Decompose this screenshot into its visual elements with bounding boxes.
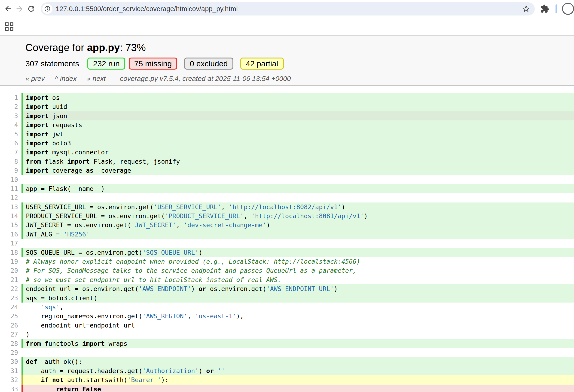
url-bar[interactable]: 127.0.0.1:5500/order_service/coverage/ht… <box>41 2 535 16</box>
code-line: 17 <box>0 239 574 248</box>
code-text: USER_SERVICE_URL = os.environ.get('USER_… <box>23 203 574 211</box>
coverage-bar <box>21 111 23 121</box>
code-line: 14PRODUCT_SERVICE_URL = os.environ.get('… <box>0 211 574 221</box>
code-line: 16JWT_ALG = 'HS256' <box>0 230 574 239</box>
code-text: if not auth.startswith('Bearer '): <box>23 375 574 384</box>
code-text: import requests <box>23 121 574 129</box>
url-text[interactable]: 127.0.0.1:5500/order_service/coverage/ht… <box>56 5 522 13</box>
line-number[interactable]: 10 <box>0 175 18 184</box>
line-number[interactable]: 6 <box>0 139 18 148</box>
line-number[interactable]: 25 <box>0 311 18 321</box>
line-number[interactable]: 33 <box>0 385 18 392</box>
back-button[interactable] <box>3 3 13 14</box>
code-line: 31 auth = request.headers.get('Authoriza… <box>0 366 574 375</box>
line-number[interactable]: 31 <box>0 366 18 375</box>
line-number[interactable]: 22 <box>0 284 18 293</box>
code-text: region_name=os.environ.get('AWS_REGION',… <box>23 311 574 321</box>
line-number[interactable]: 15 <box>0 221 18 229</box>
line-number[interactable]: 21 <box>0 275 18 284</box>
code-text <box>23 239 574 248</box>
line-number[interactable]: 11 <box>0 184 18 193</box>
coverage-bar <box>21 193 23 202</box>
code-text: import boto3 <box>23 139 574 148</box>
code-line: 10 <box>0 175 574 184</box>
coverage-bar <box>21 130 23 139</box>
next-link[interactable]: » next <box>87 75 106 83</box>
coverage-bar <box>21 203 23 211</box>
code-line: 27) <box>0 330 574 339</box>
code-text: JWT_SECRET = os.environ.get('JWT_SECRET'… <box>23 221 574 229</box>
code-text: def _auth_ok(): <box>23 357 574 366</box>
coverage-bar <box>21 102 23 111</box>
line-number[interactable]: 32 <box>0 375 18 384</box>
prev-link[interactable]: « prev <box>25 75 45 83</box>
code-line: 4import requests <box>0 121 574 129</box>
code-line: 24 'sqs', <box>0 303 574 311</box>
code-line: 3import json <box>0 111 574 121</box>
code-line: 8from flask import Flask, request, jsoni… <box>0 157 574 166</box>
tab-group-divider <box>555 4 557 13</box>
code-text: auth = request.headers.get('Authorizatio… <box>23 366 574 375</box>
line-number[interactable]: 29 <box>0 348 18 357</box>
code-text: from flask import Flask, request, jsonif… <box>23 157 574 166</box>
line-number[interactable]: 23 <box>0 293 18 303</box>
line-number[interactable]: 7 <box>0 148 18 157</box>
line-number[interactable]: 18 <box>0 248 18 257</box>
file-name: app.py <box>87 42 120 53</box>
line-number[interactable]: 5 <box>0 130 18 139</box>
line-number[interactable]: 30 <box>0 357 18 366</box>
code-line: 19# Always honor explicit endpoint when … <box>0 257 574 266</box>
coverage-bar <box>21 284 23 293</box>
code-text: # Always honor explicit endpoint when pr… <box>23 257 574 266</box>
extensions-button[interactable] <box>540 4 550 14</box>
line-number[interactable]: 8 <box>0 157 18 166</box>
code-line: 9import coverage as _coverage <box>0 166 574 175</box>
line-number[interactable]: 24 <box>0 303 18 311</box>
coverage-bar <box>21 211 23 221</box>
coverage-bar <box>21 330 23 339</box>
profile-avatar[interactable] <box>562 3 574 15</box>
line-number[interactable]: 19 <box>0 257 18 266</box>
excluded-badge[interactable]: 0 excluded <box>184 58 233 70</box>
code-text: import coverage as _coverage <box>23 166 574 175</box>
code-line: 5import jwt <box>0 130 574 139</box>
line-number[interactable]: 27 <box>0 330 18 339</box>
line-number[interactable]: 20 <box>0 266 18 275</box>
line-number[interactable]: 1 <box>0 93 18 102</box>
partial-badge[interactable]: 42 partial <box>240 58 284 70</box>
line-number[interactable]: 13 <box>0 203 18 211</box>
code-line: 28from functools import wraps <box>0 339 574 348</box>
line-number[interactable]: 2 <box>0 102 18 111</box>
reload-button[interactable] <box>26 3 37 14</box>
apps-grid-icon[interactable] <box>5 22 13 31</box>
missing-badge[interactable]: 75 missing <box>129 58 178 70</box>
coverage-bar <box>21 221 23 229</box>
bookmark-star-icon[interactable] <box>522 4 531 13</box>
coverage-bar <box>21 303 23 311</box>
forward-button[interactable] <box>14 3 25 14</box>
code-text: endpoint_url=endpoint_url <box>23 321 574 330</box>
code-line: 29 <box>0 348 574 357</box>
line-number[interactable]: 26 <box>0 321 18 330</box>
line-number[interactable]: 17 <box>0 239 18 248</box>
line-number[interactable]: 9 <box>0 166 18 175</box>
code-text: import uuid <box>23 102 574 111</box>
line-number[interactable]: 28 <box>0 339 18 348</box>
line-number[interactable]: 16 <box>0 230 18 239</box>
line-number[interactable]: 3 <box>0 111 18 121</box>
line-number[interactable]: 12 <box>0 193 18 202</box>
coverage-badges: 232 run75 missing0 excluded42 partial <box>87 58 284 70</box>
site-info-button[interactable] <box>42 4 52 14</box>
code-line: 6import boto3 <box>0 139 574 148</box>
line-number[interactable]: 4 <box>0 121 18 129</box>
code-line: 25 region_name=os.environ.get('AWS_REGIO… <box>0 311 574 321</box>
run-badge[interactable]: 232 run <box>87 58 125 70</box>
code-text: ) <box>23 330 574 339</box>
coverage-bar <box>21 139 23 148</box>
index-link[interactable]: ^ index <box>55 75 77 83</box>
coverage-bar <box>21 230 23 239</box>
code-text <box>23 175 574 184</box>
coverage-bar <box>21 375 23 384</box>
line-number[interactable]: 14 <box>0 211 18 221</box>
site-info-icon <box>44 5 51 12</box>
